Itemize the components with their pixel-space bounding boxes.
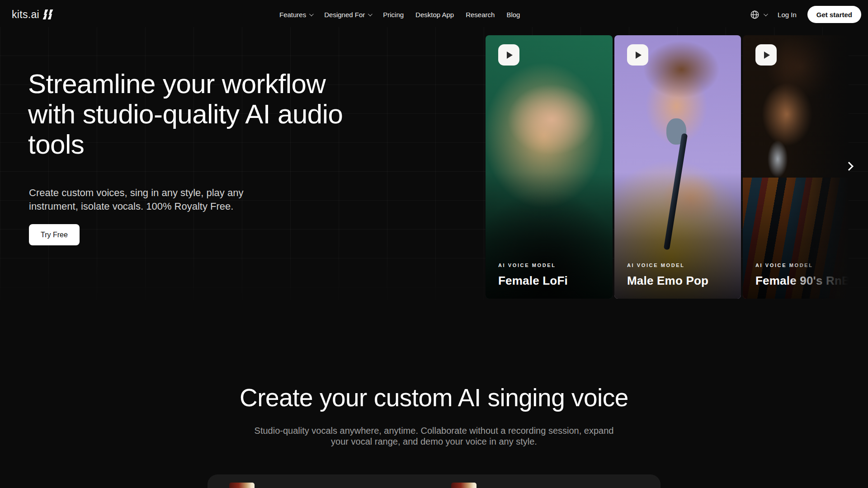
nav-item-label: Features: [279, 11, 306, 19]
card-bottom-shade: [614, 35, 741, 299]
section-subtitle: Studio-quality vocals anywhere, anytime.…: [0, 425, 868, 447]
nav-right-group: Log In Get started: [750, 0, 861, 29]
card-tag: AI VOICE MODEL: [498, 263, 568, 268]
feature-panel: [208, 474, 660, 488]
panel-thumbnail: [451, 483, 476, 488]
chevron-right-icon: [844, 162, 854, 171]
top-nav: kits.ai Features Designed For Pricing De…: [0, 0, 868, 29]
play-icon: [507, 52, 513, 59]
card-tag: AI VOICE MODEL: [627, 263, 708, 268]
nav-item-desktop-app[interactable]: Desktop App: [415, 11, 454, 19]
brand-name: kits.ai: [12, 9, 39, 21]
card-meta: AI VOICE MODEL Male Emo Pop: [627, 263, 708, 288]
nav-item-pricing[interactable]: Pricing: [383, 11, 404, 19]
card-edge-fade: [743, 35, 849, 299]
nav-item-label: Pricing: [383, 11, 404, 19]
main-nav: Features Designed For Pricing Desktop Ap…: [279, 0, 520, 29]
section-title: Create your custom AI singing voice: [0, 383, 868, 412]
card-title: Male Emo Pop: [627, 274, 708, 288]
nav-item-blog[interactable]: Blog: [506, 11, 520, 19]
hero-title: Streamline your workflow with studio-qua…: [28, 69, 462, 160]
panel-thumbnail: [229, 483, 255, 488]
brand-logo[interactable]: kits.ai: [12, 0, 52, 29]
play-button[interactable]: [627, 44, 648, 66]
voice-model-card-female-lofi[interactable]: AI VOICE MODEL Female LoFi: [486, 35, 613, 299]
voice-model-card-male-emo-pop[interactable]: AI VOICE MODEL Male Emo Pop: [614, 35, 741, 299]
login-link[interactable]: Log In: [778, 11, 797, 19]
play-icon: [636, 52, 642, 59]
hero-subtitle: Create custom voices, sing in any style,…: [29, 186, 246, 213]
card-meta: AI VOICE MODEL Female LoFi: [498, 263, 568, 288]
nav-item-label: Research: [466, 11, 495, 19]
nav-item-designed-for[interactable]: Designed For: [324, 11, 371, 19]
chevron-down-icon: [764, 12, 768, 16]
nav-item-features[interactable]: Features: [279, 11, 312, 19]
play-button[interactable]: [755, 44, 777, 66]
nav-item-label: Blog: [506, 11, 520, 19]
nav-item-research[interactable]: Research: [466, 11, 495, 19]
kits-logo-icon: [44, 9, 52, 19]
play-button[interactable]: [498, 44, 519, 66]
globe-icon: [750, 10, 760, 19]
carousel-next-button[interactable]: [840, 157, 858, 175]
voice-model-card-female-90s-rnb[interactable]: AI VOICE MODEL Female 90's RnB: [743, 35, 849, 299]
chevron-down-icon: [368, 12, 373, 16]
try-free-button[interactable]: Try Free: [29, 224, 80, 245]
language-selector[interactable]: [750, 10, 767, 19]
nav-item-label: Desktop App: [415, 11, 454, 19]
get-started-button[interactable]: Get started: [807, 6, 861, 23]
nav-item-label: Designed For: [324, 11, 365, 19]
play-icon: [764, 52, 770, 59]
card-bottom-shade: [486, 35, 613, 299]
card-title: Female LoFi: [498, 274, 568, 288]
chevron-down-icon: [309, 12, 314, 16]
